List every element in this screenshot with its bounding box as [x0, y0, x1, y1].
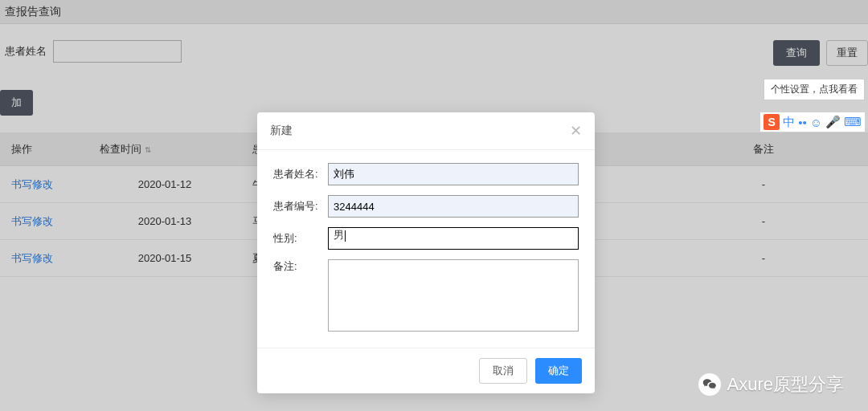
query-button[interactable]: 查询	[773, 40, 820, 66]
ime-keyboard-icon[interactable]: ⌨	[844, 115, 862, 129]
watermark: Axure原型分享	[698, 372, 844, 397]
watermark-text: Axure原型分享	[727, 372, 844, 397]
ime-emoji-icon[interactable]: ☺	[810, 116, 822, 129]
note-field[interactable]	[328, 259, 579, 332]
patient-name-field[interactable]	[328, 163, 579, 185]
sort-icon[interactable]: ⇅	[145, 145, 151, 154]
wechat-icon	[698, 373, 721, 396]
settings-tooltip[interactable]: 个性设置，点我看看	[764, 79, 865, 100]
sogou-icon[interactable]: S	[764, 114, 780, 130]
reset-button[interactable]: 重置	[826, 40, 868, 66]
filter-label: 患者姓名	[5, 44, 47, 59]
cell-time: 2020-01-15	[88, 252, 241, 264]
edit-link[interactable]: 书写修改	[11, 178, 53, 190]
edit-link[interactable]: 书写修改	[11, 252, 53, 264]
cell-time: 2020-01-13	[88, 215, 241, 227]
page-header: 查报告查询	[0, 0, 868, 24]
modal-title: 新建	[270, 124, 293, 138]
note-label: 备注:	[273, 259, 328, 274]
ime-toolbar[interactable]: S 中 •• ☺ 🎤 ⌨	[760, 112, 865, 132]
filter-row: 患者姓名 查询 重置	[0, 40, 868, 63]
cell-time: 2020-01-12	[88, 178, 241, 190]
ime-punct-icon[interactable]: ••	[798, 116, 807, 129]
page-title: 查报告查询	[5, 5, 61, 19]
th-note: 备注	[659, 142, 868, 157]
close-icon[interactable]: ✕	[570, 122, 582, 140]
cell-note: -	[659, 178, 868, 190]
gender-field[interactable]: 男	[328, 227, 579, 250]
ime-lang[interactable]: 中	[783, 115, 795, 130]
cancel-button[interactable]: 取消	[479, 358, 527, 384]
id-label: 患者编号:	[273, 199, 328, 214]
confirm-button[interactable]: 确定	[535, 358, 582, 384]
name-label: 患者姓名:	[273, 167, 328, 181]
create-modal: 新建 ✕ 患者姓名: 患者编号: 性别: 男 备注: 取消 确定	[257, 112, 595, 393]
patient-id-field[interactable]	[328, 195, 579, 218]
th-operation: 操作	[0, 142, 88, 157]
cell-note: -	[659, 215, 868, 227]
th-time[interactable]: 检查时间⇅	[88, 142, 241, 157]
cell-note: -	[659, 252, 868, 264]
edit-link[interactable]: 书写修改	[11, 215, 53, 227]
patient-name-input[interactable]	[53, 40, 182, 63]
ime-mic-icon[interactable]: 🎤	[825, 115, 841, 129]
gender-label: 性别:	[273, 231, 328, 246]
add-button[interactable]: 加	[0, 90, 33, 116]
